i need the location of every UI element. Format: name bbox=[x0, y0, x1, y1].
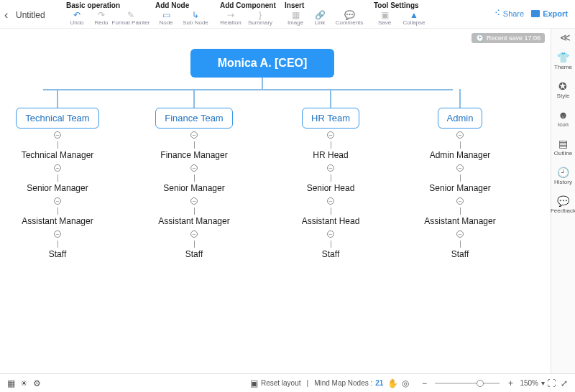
collapse-toggle-icon[interactable]: – bbox=[456, 230, 464, 238]
team-node-technical[interactable]: Technical Team bbox=[16, 108, 98, 129]
main-area: Recent save 17:06 Monica A. [CEO] Techni… bbox=[0, 29, 575, 373]
collapse-toggle-icon[interactable]: – bbox=[190, 197, 198, 205]
collapse-button[interactable]: ▲Collapse bbox=[398, 11, 430, 26]
node-technical-r1[interactable]: Technical Manager bbox=[19, 149, 97, 162]
node-technical-r2[interactable]: Senior Manager bbox=[24, 182, 91, 195]
format-painter-button[interactable]: ✎Format Painter bbox=[115, 11, 147, 26]
zoom-thumb[interactable] bbox=[477, 380, 484, 387]
zoom-slider[interactable] bbox=[435, 383, 500, 384]
panel-collapse-icon[interactable]: ≪ bbox=[560, 32, 571, 43]
collapse-toggle-icon[interactable]: – bbox=[190, 230, 198, 238]
connector bbox=[194, 174, 195, 182]
reset-layout-label[interactable]: Reset layout bbox=[261, 379, 301, 387]
collapse-toggle-icon[interactable]: – bbox=[54, 131, 61, 139]
relation-button[interactable]: ⇢Relation bbox=[220, 11, 242, 26]
team-node-finance[interactable]: Finance Team bbox=[155, 108, 232, 129]
link-icon: 🔗 bbox=[315, 11, 325, 19]
branch-finance: Finance Team – Finance Manager – Senior … bbox=[137, 89, 252, 261]
collapse-toggle-icon[interactable]: – bbox=[456, 197, 464, 205]
collapse-toggle-icon[interactable]: – bbox=[327, 197, 334, 205]
node-hr-r1[interactable]: HR Head bbox=[310, 149, 351, 162]
redo-button[interactable]: ↷Redo bbox=[91, 11, 112, 26]
branch-admin: Admin – Admin Manager – Senior Manager –… bbox=[402, 89, 518, 261]
target-button[interactable]: ◎ bbox=[399, 377, 412, 390]
team-node-hr[interactable]: HR Team bbox=[302, 108, 359, 129]
connector bbox=[331, 207, 331, 215]
node-technical-r4[interactable]: Staff bbox=[46, 248, 69, 261]
insert-link-button[interactable]: 🔗Link bbox=[309, 11, 331, 26]
fullscreen-button[interactable]: ⤢ bbox=[558, 377, 571, 390]
node-finance-r1[interactable]: Finance Manager bbox=[157, 149, 230, 162]
top-right-actions: ⠪Share Export bbox=[494, 1, 571, 18]
side-theme[interactable]: 👕Theme bbox=[554, 52, 572, 70]
settings-button[interactable]: ⚙ bbox=[30, 377, 43, 390]
comments-icon: 💬 bbox=[344, 11, 354, 19]
collapse-toggle-icon[interactable]: – bbox=[327, 131, 334, 139]
feedback-icon: 💬 bbox=[557, 195, 569, 207]
format-painter-icon: ✎ bbox=[126, 11, 136, 19]
zoom-in-button[interactable]: + bbox=[504, 377, 517, 390]
side-style[interactable]: ✪Style bbox=[557, 80, 570, 99]
summary-icon: } bbox=[255, 11, 265, 19]
node-finance-r3[interactable]: Assistant Manager bbox=[155, 215, 232, 228]
connector bbox=[58, 141, 58, 149]
document-title[interactable]: Untitled bbox=[16, 1, 66, 20]
side-feedback[interactable]: 💬Feedback bbox=[551, 195, 575, 214]
history-icon: 🕘 bbox=[557, 167, 569, 178]
hand-tool-button[interactable]: ✋ bbox=[386, 377, 399, 390]
bottom-bar: ▦ ☀ ⚙ ▣ Reset layout | Mind Map Nodes : … bbox=[0, 373, 575, 392]
share-button[interactable]: ⠪Share bbox=[494, 9, 524, 18]
add-subnode-button[interactable]: ↳Sub Node bbox=[180, 11, 211, 26]
root-node[interactable]: Monica A. [CEO] bbox=[190, 49, 334, 78]
node-finance-r2[interactable]: Senior Manager bbox=[160, 182, 227, 195]
collapse-toggle-icon[interactable]: – bbox=[190, 164, 198, 172]
collapse-toggle-icon[interactable]: – bbox=[327, 164, 334, 172]
group-add-node: Add Node ▭Node ↳Sub Node bbox=[155, 1, 211, 26]
undo-button[interactable]: ↶Undo bbox=[66, 11, 88, 26]
grid-view-button[interactable]: ▦ bbox=[4, 377, 17, 390]
collapse-toggle-icon[interactable]: – bbox=[456, 164, 464, 172]
connector bbox=[193, 89, 195, 108]
node-admin-r3[interactable]: Assistant Manager bbox=[421, 215, 498, 228]
connector bbox=[58, 174, 58, 182]
node-admin-r2[interactable]: Senior Manager bbox=[426, 182, 493, 195]
nodes-count-label: Mind Map Nodes : bbox=[314, 379, 372, 387]
side-outline[interactable]: ▤Outline bbox=[554, 138, 572, 157]
connector bbox=[331, 241, 331, 248]
collapse-toggle-icon[interactable]: – bbox=[190, 131, 198, 139]
export-button[interactable]: Export bbox=[531, 9, 568, 18]
zoom-out-button[interactable]: − bbox=[418, 377, 431, 390]
back-button[interactable]: ‹ bbox=[4, 1, 16, 22]
node-finance-r4[interactable]: Staff bbox=[183, 248, 206, 261]
node-hr-r2[interactable]: Senior Head bbox=[304, 182, 358, 195]
fit-screen-button[interactable]: ⛶ bbox=[545, 377, 558, 390]
collapse-toggle-icon[interactable]: – bbox=[456, 131, 464, 139]
node-technical-r3[interactable]: Assistant Manager bbox=[19, 215, 96, 228]
canvas[interactable]: Recent save 17:06 Monica A. [CEO] Techni… bbox=[0, 29, 551, 373]
reset-layout-icon[interactable]: ▣ bbox=[248, 377, 261, 390]
insert-image-button[interactable]: ▦Image bbox=[285, 11, 306, 26]
side-history[interactable]: 🕘History bbox=[554, 167, 572, 185]
add-node-button[interactable]: ▭Node bbox=[155, 11, 177, 26]
insert-comments-button[interactable]: 💬Comments bbox=[334, 11, 365, 26]
summary-button[interactable]: }Summary bbox=[244, 11, 276, 26]
node-admin-r1[interactable]: Admin Manager bbox=[427, 149, 494, 162]
collapse-toggle-icon[interactable]: – bbox=[327, 230, 334, 238]
collapse-toggle-icon[interactable]: – bbox=[54, 164, 61, 172]
group-tool-settings: Tool Settings ▣Save ▲Collapse bbox=[374, 1, 430, 26]
export-icon bbox=[531, 10, 540, 17]
save-button[interactable]: ▣Save bbox=[374, 11, 395, 26]
toggle-theme-button[interactable]: ☀ bbox=[17, 377, 30, 390]
node-hr-r3[interactable]: Assistant Head bbox=[299, 215, 363, 228]
node-admin-r4[interactable]: Staff bbox=[448, 248, 472, 261]
team-node-admin[interactable]: Admin bbox=[438, 108, 483, 129]
group-basic-operation: Basic operation ↶Undo ↷Redo ✎Format Pain… bbox=[66, 1, 147, 26]
collapse-toggle-icon[interactable]: – bbox=[54, 197, 61, 205]
branch-hr: HR Team – HR Head – Senior Head – Assist… bbox=[273, 89, 388, 261]
node-hr-r4[interactable]: Staff bbox=[319, 248, 342, 261]
group-add-component-label: Add Component bbox=[220, 1, 276, 9]
collapse-toggle-icon[interactable]: – bbox=[54, 230, 61, 238]
connector bbox=[330, 89, 331, 108]
side-icon[interactable]: ☻Icon bbox=[558, 109, 569, 128]
group-add-node-label: Add Node bbox=[155, 1, 211, 9]
